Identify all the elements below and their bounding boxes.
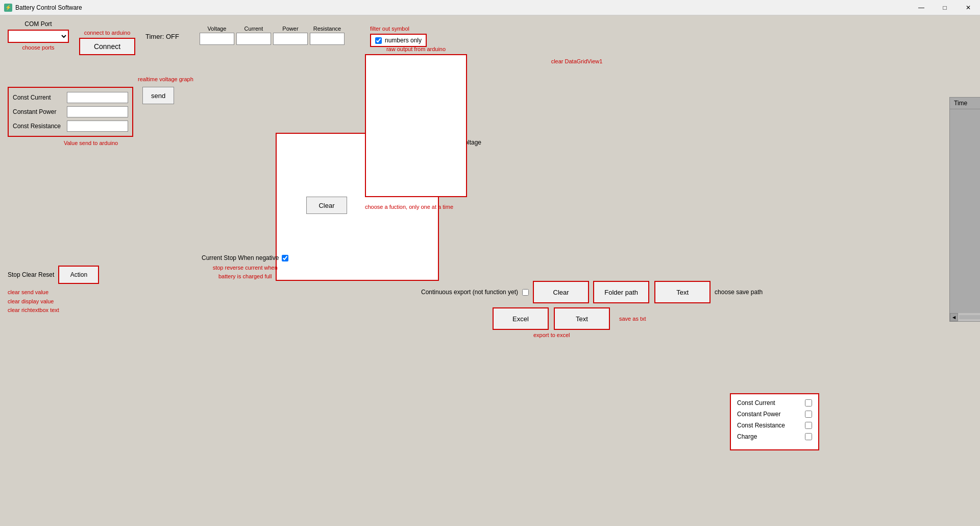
function-box: Const Current Constant Power Const Resis…	[730, 393, 819, 450]
clear-export-button[interactable]: Clear	[533, 281, 589, 303]
current-label: Current	[244, 26, 263, 32]
clear-datagrid-annotation: clear DataGridView1	[475, 58, 679, 64]
function-section: Const Current Constant Power Const Resis…	[365, 202, 453, 210]
value-inputs-box: Const Current Constant Power Const Resis…	[8, 87, 133, 137]
timer-label: Timer: OFF	[145, 33, 179, 40]
const-resistance-input[interactable]	[67, 121, 128, 132]
function-row-const-current: Const Current	[737, 399, 812, 407]
function-row-const-resistance: Const Resistance	[737, 422, 812, 429]
raw-output-box	[365, 54, 467, 197]
timer-group: Timer: OFF	[145, 33, 179, 40]
connect-button[interactable]: Connect	[79, 38, 135, 55]
filter-annotation: filter out symbol	[370, 26, 427, 32]
const-resistance-label: Const Resistance	[13, 123, 64, 130]
send-button[interactable]: send	[142, 87, 174, 104]
current-stop-row: Current Stop When negative	[202, 254, 288, 261]
connect-to-arduino-annotation: connect to arduino	[84, 30, 131, 36]
graph-annotation: realtime voltage graph	[138, 76, 193, 82]
choose-save-label: choose save path	[715, 289, 763, 296]
current-input[interactable]	[236, 33, 271, 45]
com-port-group: COM Port choose ports	[8, 20, 69, 51]
current-stop-checkbox[interactable]	[282, 255, 288, 261]
table-scrollbar[interactable]: ◀ ▶	[950, 313, 980, 321]
excel-button[interactable]: Excel	[493, 307, 549, 330]
com-port-select[interactable]	[8, 30, 69, 43]
export-top-row: Continuous export (not function yet) Cle…	[421, 281, 763, 303]
hint-clear-send: clear send value	[8, 288, 99, 297]
stop-hint-line2: battery is charged full	[202, 272, 288, 281]
graph-clear-button[interactable]: Clear	[306, 197, 347, 214]
data-table-header: Time Voltage Current Power	[950, 98, 980, 109]
power-col: Power	[273, 26, 308, 45]
power-input[interactable]	[273, 33, 308, 45]
const-current-checkbox[interactable]	[805, 399, 812, 407]
export-bottom-row: Excel Text save as txt	[421, 307, 763, 330]
function-row-constant-power: Constant Power	[737, 411, 812, 418]
voltage-label: Voltage	[208, 26, 227, 32]
hint-clear-display: clear display value	[8, 297, 99, 306]
save-as-txt-label: save as txt	[619, 316, 646, 322]
resistance-label: Resistance	[313, 26, 341, 32]
text-save-button[interactable]: Text	[654, 281, 710, 303]
numbers-only-label: numbers only	[385, 37, 422, 44]
col-time: Time	[950, 100, 980, 107]
constant-power-checkbox[interactable]	[805, 411, 812, 418]
raw-output-annotation: raw output from arduino	[365, 46, 467, 52]
stop-clear-reset-row: Stop Clear Reset Action	[8, 266, 99, 284]
const-resistance-checkbox[interactable]	[805, 422, 812, 429]
const-current-input[interactable]	[67, 92, 128, 103]
export-section: Continuous export (not function yet) Cle…	[421, 281, 763, 338]
charge-checkbox[interactable]	[805, 433, 812, 440]
data-table-section: Time Voltage Current Power ◀ ▶ clear Dat…	[475, 56, 679, 286]
const-current-row: Const Current	[13, 92, 128, 103]
voltage-input[interactable]	[200, 33, 234, 45]
action-hints: clear send value clear display value cle…	[8, 288, 99, 315]
const-current-fn-label: Const Current	[737, 399, 775, 407]
text-button[interactable]: Text	[554, 307, 610, 330]
measurement-row: Voltage Current Power Resistance	[200, 26, 345, 45]
bottom-left-section: Stop Clear Reset Action clear send value…	[8, 266, 99, 315]
function-annotation: choose a fuction, only one at a time	[365, 204, 453, 210]
titlebar: ⚡ Battery Control Software — □ ✕	[0, 0, 980, 15]
app-title: Battery Control Software	[15, 4, 82, 11]
const-resistance-fn-label: Const Resistance	[737, 422, 785, 429]
hint-clear-richtextbox: clear richtextbox text	[8, 306, 99, 315]
stop-hint-line1: stop reverse current when	[202, 264, 288, 272]
const-resistance-row: Const Resistance	[13, 121, 128, 132]
resistance-col: Resistance	[310, 26, 345, 45]
continuous-export-checkbox[interactable]	[522, 289, 529, 296]
const-current-label: Const Current	[13, 94, 64, 101]
stop-clear-reset-label: Stop Clear Reset	[8, 271, 54, 278]
data-table: Time Voltage Current Power ◀ ▶	[949, 97, 980, 322]
resistance-input[interactable]	[310, 33, 345, 45]
filter-group: filter out symbol numbers only	[370, 26, 427, 47]
value-send-section: Const Current Constant Power Const Resis…	[8, 87, 174, 137]
current-stop-label: Current Stop When negative	[202, 254, 279, 261]
com-port-label: COM Port	[24, 20, 52, 28]
charge-fn-label: Charge	[737, 433, 757, 440]
left-panel: Const Current Constant Power Const Resis…	[8, 87, 174, 146]
minimize-button[interactable]: —	[910, 0, 933, 15]
numbers-only-checkbox[interactable]	[375, 37, 382, 44]
choose-ports-label: choose ports	[22, 44, 55, 51]
scrollbar-left-btn[interactable]: ◀	[950, 313, 958, 321]
folder-path-button[interactable]: Folder path	[593, 281, 649, 303]
measurements-group: Voltage Current Power Resistance	[200, 26, 345, 45]
maximize-button[interactable]: □	[933, 0, 957, 15]
constant-power-input[interactable]	[67, 106, 128, 117]
constant-power-label: Constant Power	[13, 108, 64, 115]
top-section: COM Port choose ports connect to arduino…	[8, 20, 972, 55]
app-icon: ⚡	[4, 4, 12, 12]
function-row-charge: Charge	[737, 433, 812, 440]
export-to-excel-label: export to excel	[533, 332, 763, 338]
close-button[interactable]: ✕	[957, 0, 980, 15]
current-stop-section: Current Stop When negative stop reverse …	[202, 254, 288, 280]
value-send-annotation: Value send to arduino	[8, 140, 174, 146]
current-col: Current	[236, 26, 271, 45]
window-controls: — □ ✕	[910, 0, 980, 15]
continuous-export-label: Continuous export (not function yet)	[421, 289, 518, 296]
action-button[interactable]: Action	[58, 266, 99, 284]
main-content: COM Port choose ports connect to arduino…	[0, 15, 980, 68]
scrollbar-track[interactable]	[959, 315, 980, 319]
constant-power-fn-label: Constant Power	[737, 411, 780, 418]
